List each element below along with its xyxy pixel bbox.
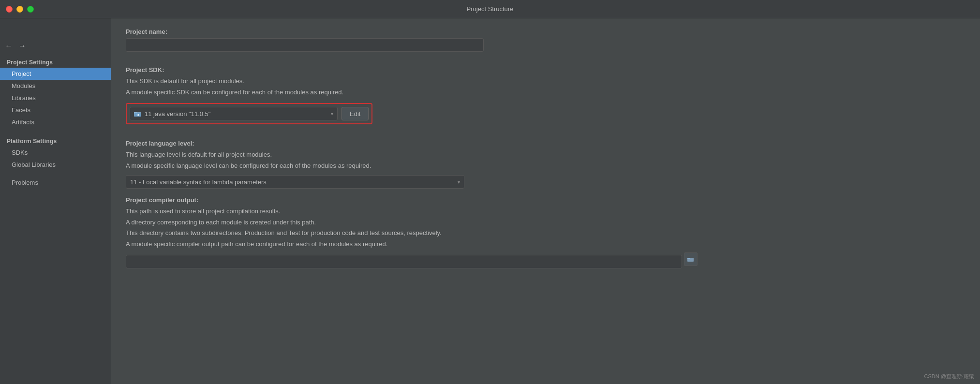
svg-text:11: 11 [136, 114, 139, 117]
language-level-label: Project language level: [126, 140, 965, 147]
sidebar-item-label: SDKs [12, 149, 28, 156]
compiler-output-input[interactable] [126, 255, 682, 268]
lang-description-line2: A module specific language level can be … [126, 161, 965, 171]
maximize-button[interactable] [27, 6, 34, 13]
sidebar-item-problems[interactable]: Problems [0, 177, 111, 189]
lang-dropdown-arrow: ▾ [458, 179, 460, 185]
minimize-button[interactable] [16, 6, 23, 13]
sdk-dropdown-arrow: ▾ [331, 111, 333, 117]
sdk-edit-button[interactable]: Edit [342, 107, 369, 120]
sdk-dropdown-text: 11 11 java version "11.0.5" [134, 110, 331, 118]
forward-arrow[interactable]: → [18, 42, 26, 50]
compiler-output-browse-button[interactable] [684, 252, 698, 266]
window-controls [6, 6, 34, 13]
sdk-selector-row: 11 11 java version "11.0.5" ▾ Edit [126, 103, 372, 124]
sidebar-item-sdks[interactable]: SDKs [0, 147, 111, 159]
project-name-input[interactable] [126, 38, 484, 52]
platform-settings-header: Platform Settings [0, 134, 111, 147]
content-area: Project name: Project SDK: This SDK is d… [111, 18, 980, 384]
project-name-section: Project name: [126, 28, 965, 59]
titlebar: Project Structure [0, 0, 980, 18]
sdk-dropdown[interactable]: 11 11 java version "11.0.5" ▾ [130, 107, 338, 120]
close-button[interactable] [6, 6, 13, 13]
compiler-description-line1: This path is used to store all project c… [126, 207, 965, 216]
nav-bar: ← → [0, 37, 111, 55]
compiler-output-section: Project compiler output: This path is us… [126, 196, 965, 268]
project-name-label: Project name: [126, 28, 965, 35]
sidebar-item-modules[interactable]: Modules [0, 80, 111, 92]
project-sdk-label: Project SDK: [126, 66, 965, 74]
sdk-description-line2: A module specific SDK can be configured … [126, 88, 965, 97]
main-container: ← → Project Settings Project Modules Lib… [0, 18, 980, 384]
folder-browse-icon [687, 256, 694, 262]
folder-sdk-icon: 11 [134, 111, 142, 117]
project-sdk-section: Project SDK: This SDK is default for all… [126, 66, 965, 132]
compiler-description-line2: A directory corresponding to each module… [126, 218, 965, 227]
language-level-section: Project language level: This language le… [126, 140, 965, 189]
sidebar-item-label: Modules [12, 82, 35, 89]
window-title: Project Structure [467, 5, 514, 13]
sidebar: ← → Project Settings Project Modules Lib… [0, 18, 111, 384]
back-arrow[interactable]: ← [5, 42, 13, 50]
sidebar-item-label: Problems [12, 179, 38, 186]
sidebar-item-label: Facets [12, 106, 30, 114]
project-settings-header: Project Settings [0, 55, 111, 68]
sidebar-item-label: Libraries [12, 94, 36, 102]
compiler-description-line4: A module specific compiler output path c… [126, 239, 965, 249]
compiler-output-row [126, 250, 965, 268]
sidebar-item-project[interactable]: Project [0, 68, 111, 80]
lang-description-line1: This language level is default for all p… [126, 150, 965, 160]
sidebar-item-libraries[interactable]: Libraries [0, 92, 111, 104]
compiler-output-label: Project compiler output: [126, 196, 965, 204]
sdk-description-line1: This SDK is default for all project modu… [126, 76, 965, 86]
sidebar-item-artifacts[interactable]: Artifacts [0, 116, 111, 128]
sidebar-item-label: Project [12, 70, 31, 77]
sidebar-item-facets[interactable]: Facets [0, 104, 111, 116]
sidebar-item-label: Global Libraries [12, 161, 56, 168]
watermark: CSDN @查理斯·耀猿 [924, 373, 974, 380]
compiler-description-line3: This directory contains two subdirectori… [126, 228, 965, 238]
sidebar-item-global-libraries[interactable]: Global Libraries [0, 159, 111, 171]
language-level-dropdown[interactable]: 11 - Local variable syntax for lambda pa… [126, 175, 464, 189]
language-level-text: 11 - Local variable syntax for lambda pa… [130, 178, 458, 186]
svg-rect-5 [687, 258, 690, 259]
sidebar-item-label: Artifacts [12, 118, 34, 126]
